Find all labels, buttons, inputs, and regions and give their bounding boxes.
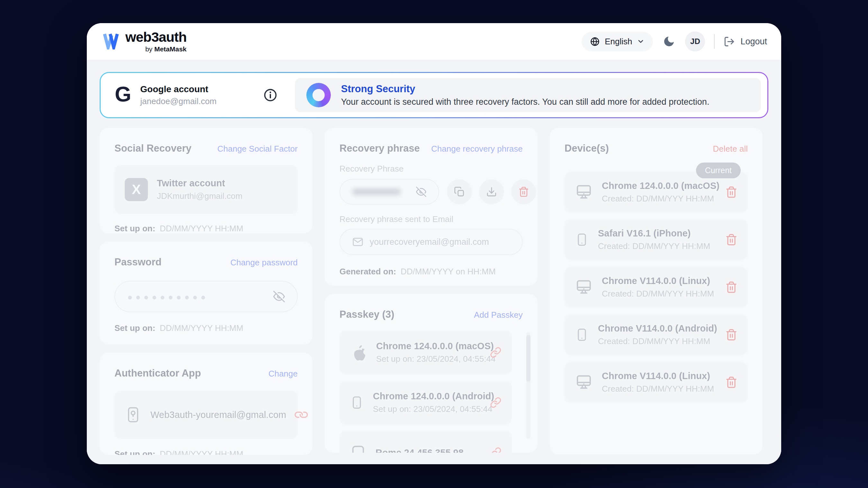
device-list: Chrome 124.0.0.0 (macOS) Created: DD/MM/… <box>564 172 748 402</box>
trash-icon[interactable] <box>725 186 738 198</box>
factors-grid: Social Recovery Change Social Factor X T… <box>100 128 768 455</box>
download-button[interactable] <box>479 179 504 204</box>
change-recovery-phrase-link[interactable]: Change recovery phrase <box>431 144 523 154</box>
current-device-badge: Current <box>696 163 741 178</box>
logo-title: web3auth <box>125 30 186 44</box>
eye-off-icon[interactable] <box>416 187 426 197</box>
devices-title: Device(s) <box>564 143 609 154</box>
passkey-row: Chrome 124.0.0.0 (macOS) Set up on: 23/0… <box>340 331 512 374</box>
security-status-panel: Strong Security Your account is secured … <box>295 78 761 112</box>
unlink-icon[interactable] <box>292 406 310 423</box>
eye-off-icon[interactable] <box>273 291 285 302</box>
passkey-title: Passkey (3) <box>340 309 395 320</box>
logout-button[interactable]: Logout <box>724 36 767 47</box>
authenticator-title: Authenticator App <box>115 367 201 379</box>
security-ring-icon <box>306 83 331 107</box>
authenticator-item: Web3auth-youremail@gmal.com <box>115 391 298 439</box>
header-divider <box>714 34 715 49</box>
change-authenticator-link[interactable]: Change <box>269 369 298 379</box>
passkey-list: Chrome 124.0.0.0 (macOS) Set up on: 23/0… <box>340 331 523 453</box>
recovery-email-value: yourrecoveryemail@gmail.com <box>370 237 489 247</box>
google-account-title: Google account <box>140 84 216 94</box>
authenticator-account: Web3auth-youremail@gmal.com <box>151 410 286 420</box>
header-controls: English JD Logout <box>582 31 767 52</box>
twitter-account-email: JDKmurthi@gmail.com <box>157 191 242 201</box>
link-icon[interactable] <box>490 447 501 453</box>
dark-mode-toggle[interactable] <box>662 34 676 48</box>
copy-button[interactable] <box>447 179 472 204</box>
scrollbar-thumb[interactable] <box>526 335 530 382</box>
security-status-title: Strong Security <box>341 83 710 95</box>
recovery-phrase-hidden-value <box>352 188 401 195</box>
password-card: Password Change password ●●●●●●●●●● Set … <box>100 241 312 345</box>
info-icon[interactable] <box>263 88 277 102</box>
language-selector[interactable]: English <box>582 32 653 52</box>
trash-icon[interactable] <box>725 376 738 388</box>
web3auth-logo-icon <box>101 33 120 50</box>
app-card: web3auth by MetaMask English JD <box>87 23 781 464</box>
password-masked-value: ●●●●●●●●●● <box>127 292 209 302</box>
x-twitter-icon: X <box>125 178 148 201</box>
security-banner: G Google account janedoe@gmail.com Stron… <box>100 72 768 118</box>
web3auth-logo: web3auth by MetaMask <box>101 30 186 53</box>
security-status-description: Your account is secured with three recov… <box>341 97 710 107</box>
password-input[interactable]: ●●●●●●●●●● <box>115 281 298 312</box>
recovery-phrase-card: Recovery phrase Change recovery phrase R… <box>325 128 537 286</box>
trash-icon[interactable] <box>725 233 738 246</box>
change-password-link[interactable]: Change password <box>230 258 298 268</box>
recovery-email-label: Recovery phrase sent to Email <box>340 214 523 224</box>
recovery-phrase-title: Recovery phrase <box>340 143 420 154</box>
twitter-account-title: Twitter account <box>157 178 242 189</box>
authenticator-phone-icon <box>125 403 142 426</box>
recovery-phrase-label: Recovery Phrase <box>340 164 523 174</box>
recovery-phrase-input[interactable] <box>340 179 439 205</box>
passkey-row: Rome 24.456.355.98 <box>340 431 512 453</box>
desktop-icon <box>575 278 593 296</box>
change-social-factor-link[interactable]: Change Social Factor <box>217 144 298 154</box>
twitter-account-item: X Twitter account JDKmurthi@gmail.com <box>115 165 298 214</box>
logo-subtitle: by MetaMask <box>145 45 186 53</box>
smartphone-icon <box>575 324 589 345</box>
trash-icon[interactable] <box>725 329 738 341</box>
passkey-card: Passkey (3) Add Passkey Chrome 124.0.0.0… <box>325 294 537 453</box>
delete-all-link[interactable]: Delete all <box>713 144 748 154</box>
authenticator-setup-row: Set up on: DD/MM/YYYY HH:MM <box>115 449 298 455</box>
chevron-down-icon <box>637 38 645 45</box>
globe-icon <box>590 37 600 46</box>
devices-card: Device(s) Delete all Current Chrome 124.… <box>550 128 763 454</box>
mail-icon <box>352 236 363 248</box>
logout-icon <box>724 36 735 47</box>
social-recovery-card: Social Recovery Change Social Factor X T… <box>100 128 312 233</box>
link-icon[interactable] <box>490 397 501 408</box>
app-header: web3auth by MetaMask English JD <box>87 23 781 60</box>
apple-icon <box>350 344 367 361</box>
link-icon[interactable] <box>490 347 501 358</box>
device-row: Chrome V114.0.0 (Android) Created: DD/MM… <box>564 315 748 355</box>
device-row: Safari V16.1 (iPhone) Created: DD/MM/YYY… <box>564 220 748 260</box>
tablet-icon <box>350 443 367 453</box>
avatar[interactable]: JD <box>685 31 705 52</box>
desktop-icon <box>575 373 593 391</box>
language-label: English <box>605 37 632 46</box>
google-icon: G <box>115 84 131 105</box>
social-recovery-title: Social Recovery <box>115 143 192 154</box>
password-setup-row: Set up on: DD/MM/YYYY HH:MM <box>115 323 298 333</box>
smartphone-icon <box>575 229 589 250</box>
google-account-block: G Google account janedoe@gmail.com <box>101 84 217 106</box>
google-account-email: janedoe@gmail.com <box>140 96 216 106</box>
desktop-icon <box>575 183 593 201</box>
download-icon <box>486 186 497 197</box>
copy-icon <box>454 186 465 197</box>
device-row: Chrome V114.0.0 (Linux) Created: DD/MM/Y… <box>564 362 748 402</box>
moon-icon <box>662 35 676 48</box>
trash-icon <box>518 186 529 197</box>
add-passkey-link[interactable]: Add Passkey <box>474 310 523 320</box>
trash-icon[interactable] <box>725 281 738 293</box>
app-content: G Google account janedoe@gmail.com Stron… <box>87 60 781 464</box>
authenticator-card: Authenticator App Change Web3auth-yourem… <box>100 353 312 455</box>
generated-on-row: Generated on: DD/MM/YYYY on HH:MM <box>340 267 523 276</box>
password-title: Password <box>115 256 161 268</box>
delete-recovery-phrase-button[interactable] <box>511 179 536 204</box>
recovery-email-input[interactable]: yourrecoveryemail@gmail.com <box>340 229 523 255</box>
device-row: Chrome V114.0.0 (Linux) Created: DD/MM/Y… <box>564 267 748 307</box>
